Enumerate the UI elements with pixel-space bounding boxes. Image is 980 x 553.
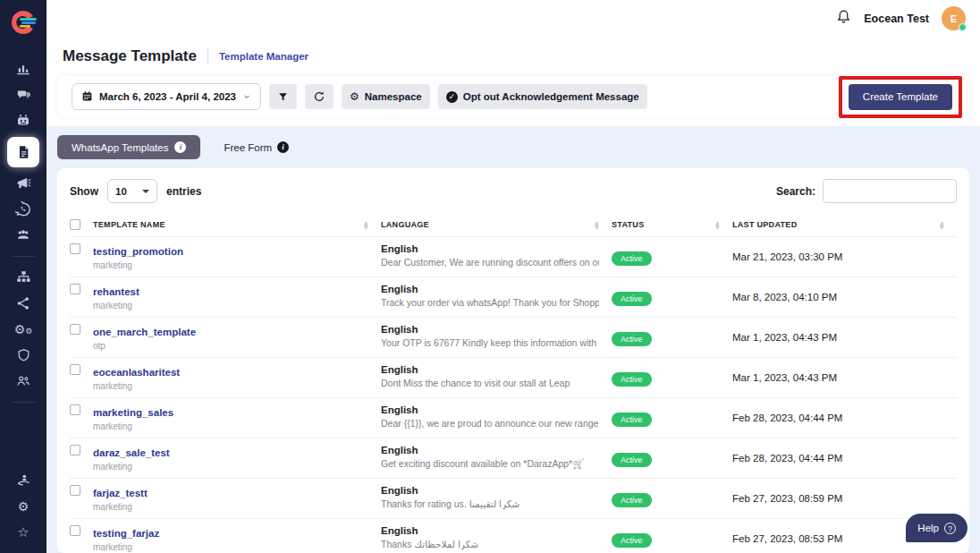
share-icon[interactable] bbox=[8, 294, 38, 313]
chats-icon[interactable] bbox=[8, 85, 38, 105]
template-snippet: Dont Miss the chance to visit our stall … bbox=[381, 378, 599, 388]
sort-icon[interactable]: ▲▼ bbox=[364, 220, 368, 229]
row-checkbox[interactable] bbox=[70, 445, 80, 455]
info-icon[interactable]: i bbox=[277, 141, 289, 153]
table-row[interactable]: testing_promotion marketing English Dear… bbox=[70, 236, 957, 276]
page-size-select[interactable]: 10 bbox=[107, 179, 157, 203]
settings-icon[interactable]: ⚙ bbox=[8, 497, 38, 516]
template-snippet: Thanks for rating us. شكرا لتقييمنا bbox=[381, 498, 599, 509]
col-language[interactable]: LANGUAGE ▲▼ bbox=[381, 220, 612, 229]
analytics-icon[interactable] bbox=[8, 59, 38, 79]
filter-button[interactable] bbox=[269, 84, 297, 109]
create-template-button[interactable]: Create Template bbox=[849, 84, 952, 110]
table-row[interactable]: marketing_sales marketing English Dear {… bbox=[70, 397, 957, 438]
optout-ack-button[interactable]: ✓ Opt out Acknowledgement Message bbox=[438, 84, 647, 109]
table-row[interactable]: daraz_sale_test marketing English Get ex… bbox=[70, 438, 957, 478]
page-title: Message Template bbox=[63, 47, 197, 65]
avatar-initial: E bbox=[950, 13, 957, 24]
row-checkbox[interactable] bbox=[70, 525, 80, 536]
template-name-link[interactable]: marketing_sales bbox=[93, 407, 381, 418]
col-template-name[interactable]: TEMPLATE NAME ▲▼ bbox=[93, 220, 381, 229]
tab-whatsapp-label: WhatsApp Templates bbox=[72, 142, 168, 153]
integrations-icon[interactable]: ⚙⚙ bbox=[8, 319, 38, 339]
whatsapp-icon[interactable] bbox=[8, 200, 38, 219]
cogs-glyph: ⚙⚙ bbox=[14, 323, 33, 336]
template-category: otp bbox=[93, 341, 381, 351]
tab-whatsapp-templates[interactable]: WhatsApp Templates i bbox=[57, 135, 200, 159]
template-name-link[interactable]: eoceanlasharitest bbox=[93, 367, 381, 378]
bot-icon[interactable] bbox=[8, 111, 38, 131]
row-checkbox[interactable] bbox=[70, 364, 80, 375]
check-circle-icon: ✓ bbox=[446, 91, 458, 103]
namespace-button[interactable]: ⚙ Namespace bbox=[342, 84, 430, 109]
info-icon[interactable]: i bbox=[174, 141, 186, 153]
template-name-link[interactable]: testing_promotion bbox=[93, 246, 381, 257]
table-header: TEMPLATE NAME ▲▼ LANGUAGE ▲▼ STATUS ▲▼ L… bbox=[70, 214, 957, 236]
tab-free-form[interactable]: Free Form i bbox=[224, 141, 289, 153]
template-name-link[interactable]: daraz_sale_test bbox=[93, 447, 381, 458]
template-name-link[interactable]: testing_farjaz bbox=[93, 528, 381, 539]
last-updated: Mar 1, 2023, 04:43 PM bbox=[732, 332, 957, 343]
row-checkbox[interactable] bbox=[70, 284, 80, 294]
refresh-button[interactable] bbox=[305, 84, 334, 109]
template-name-link[interactable]: one_march_template bbox=[93, 327, 381, 337]
campaigns-icon[interactable] bbox=[8, 174, 38, 193]
help-button[interactable]: Help ? bbox=[906, 514, 967, 542]
notifications-bell-icon[interactable] bbox=[836, 9, 851, 28]
audience-icon[interactable] bbox=[8, 225, 38, 245]
templates-table-card: Show 10 entries Search: TEMPLATE NAME bbox=[57, 168, 969, 553]
table-row[interactable]: eoceanlasharitest marketing English Dont… bbox=[70, 357, 957, 397]
table-row[interactable]: testing_farjaz marketing English Thanks … bbox=[70, 518, 957, 553]
row-checkbox[interactable] bbox=[70, 324, 80, 335]
gear-glyph: ⚙ bbox=[18, 500, 30, 513]
avatar[interactable]: E bbox=[942, 6, 966, 30]
date-range-value: March 6, 2023 - April 4, 2023 bbox=[99, 91, 236, 102]
col-status[interactable]: STATUS ▲▼ bbox=[612, 220, 732, 229]
template-language: English bbox=[381, 284, 599, 294]
select-all-checkbox[interactable] bbox=[70, 219, 80, 230]
template-language: English bbox=[381, 324, 599, 335]
last-updated: Feb 28, 2023, 04:44 PM bbox=[732, 453, 957, 464]
last-updated: Feb 28, 2023, 04:44 PM bbox=[732, 413, 957, 423]
status-badge: Active bbox=[612, 533, 652, 548]
page-header: Message Template Template Manager March … bbox=[46, 37, 980, 126]
account-name[interactable]: Eocean Test bbox=[864, 13, 929, 25]
search-label: Search: bbox=[776, 185, 815, 198]
table-row[interactable]: rehantest marketing English Track your o… bbox=[70, 276, 957, 317]
table-row[interactable]: one_march_template otp English Your OTP … bbox=[70, 317, 957, 357]
template-name-link[interactable]: rehantest bbox=[93, 286, 381, 297]
filter-icon bbox=[277, 91, 289, 103]
star-glyph: ☆ bbox=[17, 526, 29, 540]
flows-icon[interactable] bbox=[8, 268, 38, 287]
gear-icon: ⚙ bbox=[350, 91, 359, 102]
template-language: English bbox=[381, 404, 599, 415]
row-checkbox[interactable] bbox=[70, 485, 80, 496]
search-input[interactable] bbox=[823, 179, 957, 203]
support-icon[interactable] bbox=[8, 471, 38, 490]
security-icon[interactable] bbox=[8, 345, 38, 365]
template-snippet: Dear {{1}}, we are proud to announce our… bbox=[381, 418, 599, 429]
favorites-icon[interactable]: ☆ bbox=[8, 523, 38, 542]
chevron-down-icon bbox=[142, 190, 149, 193]
status-badge: Active bbox=[612, 292, 652, 306]
sort-icon[interactable]: ▲▼ bbox=[715, 220, 720, 229]
last-updated: Mar 1, 2023, 04:43 PM bbox=[732, 372, 957, 383]
last-updated: Mar 8, 2023, 04:10 PM bbox=[732, 292, 957, 302]
content-area: WhatsApp Templates i Free Form i Show 10… bbox=[46, 126, 980, 553]
template-snippet: Thanks شكرا لملاحظاتك bbox=[381, 539, 599, 549]
sort-icon[interactable]: ▲▼ bbox=[595, 220, 599, 229]
template-snippet: Track your order via whatsApp! Thank you… bbox=[381, 297, 599, 308]
table-row[interactable]: farjaz_testt marketing English Thanks fo… bbox=[70, 478, 957, 518]
template-name-link[interactable]: farjaz_testt bbox=[93, 488, 381, 498]
date-range-picker[interactable]: March 6, 2023 - April 4, 2023 bbox=[72, 83, 261, 110]
template-category: marketing bbox=[93, 542, 381, 552]
sort-icon[interactable]: ▲▼ bbox=[940, 220, 944, 229]
agents-icon[interactable] bbox=[8, 371, 38, 391]
col-last-updated[interactable]: LAST UPDATED ▲▼ bbox=[732, 220, 957, 229]
status-badge: Active bbox=[612, 251, 652, 266]
template-category: marketing bbox=[93, 381, 381, 391]
templates-icon[interactable] bbox=[7, 137, 39, 167]
sidebar: ⚙⚙ ⚙ ☆ bbox=[0, 0, 46, 553]
row-checkbox[interactable] bbox=[70, 404, 80, 415]
row-checkbox[interactable] bbox=[70, 243, 80, 254]
